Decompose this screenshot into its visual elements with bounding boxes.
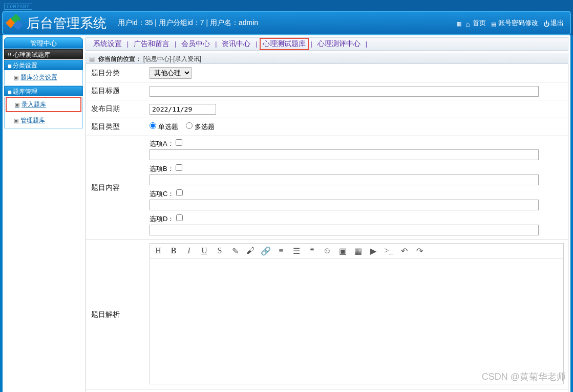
label-content: 题目内容 [86,136,145,239]
group1-item1-label: 题库分类设置 [20,74,57,81]
company-badge: COMPANY [4,4,32,10]
radio-single[interactable] [150,122,156,129]
sidebar-module-title[interactable]: 心理测试题库 [4,49,83,59]
breadcrumb-prefix: 你当前的位置： [98,55,141,62]
image-icon[interactable]: ▣ [338,247,347,255]
option-d-input[interactable] [150,225,539,235]
sidebar-item-enter-bank[interactable]: 录入题库 [6,97,81,112]
brush-icon[interactable]: 🖌 [246,247,254,255]
bar-icon [8,88,13,95]
link-icon[interactable]: 🔗 [262,247,270,255]
group2-item1-label: 录入题库 [22,101,46,108]
redo-icon[interactable]: ↷ [415,247,423,255]
home-label: 首页 [473,18,486,28]
radio-multi-label: 多选题 [195,123,215,130]
dots-icon [8,51,13,58]
analysis-editor[interactable] [150,258,564,384]
breadcrumb: 你当前的位置： [信息中心]-[录入资讯] [86,53,568,64]
option-c-label: 选项C： [150,190,174,198]
account-label: 账号密码修改 [498,18,538,28]
sidebar-item-manage-bank[interactable]: 管理题库 [5,113,82,128]
option-b-label: 选项B： [150,165,174,172]
grid-icon [456,20,462,26]
option-c-input[interactable] [150,200,539,210]
bold-icon[interactable]: B [169,247,178,255]
option-d-label: 选项D： [150,215,174,223]
heading-icon[interactable]: H [154,247,162,255]
quote-icon[interactable]: ❝ [308,247,316,255]
nav-assessment[interactable]: 心理测评中心 [314,38,364,50]
label-category: 题目分类 [86,64,145,82]
option-d-check[interactable] [176,214,183,221]
doc-icon [491,20,497,26]
sidebar-center-title: 管理中心 [4,37,83,49]
nav-psychotest[interactable]: 心理测试题库 [260,38,309,50]
radio-single-wrap[interactable]: 单选题 [150,122,178,132]
code-icon[interactable]: >_ [385,247,393,255]
video-icon[interactable]: ▶ [369,247,377,255]
label-analysis: 题目解析 [86,240,145,389]
option-b-check[interactable] [176,164,182,171]
undo-icon[interactable]: ↶ [400,247,408,255]
radio-multi-wrap[interactable]: 多选题 [186,122,215,132]
group2-item2-label: 管理题库 [20,117,45,124]
emoji-icon[interactable]: ☺ [323,247,331,255]
underline-icon[interactable]: U [200,247,208,255]
strikethrough-icon[interactable]: S [216,247,224,255]
table-icon[interactable]: ▦ [354,247,362,255]
header-bar: 后台管理系统 用户id：35 | 用户分组id：7 | 用户名：admin 首页… [2,11,571,35]
cube-icon [14,74,20,81]
pubdate-input[interactable] [150,104,216,115]
category-select[interactable]: 其他心理 [150,67,192,79]
sidebar: 管理中心 心理测试题库 分类设置 题库分类设置 题库管理 录入题库 管理题库 [3,35,84,392]
bar-icon [8,62,13,69]
top-nav: 系统设置| 广告和留言| 会员中心| 资讯中心| 心理测试题库| 心理测评中心| [86,37,568,51]
group2-title: 题库管理 [13,88,37,95]
breadcrumb-icon [89,55,97,62]
radio-multi[interactable] [186,122,193,129]
radio-single-label: 单选题 [158,123,178,130]
sidebar-group-category[interactable]: 分类设置 [4,60,83,70]
eraser-icon[interactable]: ✎ [231,247,239,255]
label-submit-spacer [86,389,145,392]
account-link[interactable]: 账号密码修改 [489,17,540,29]
nav-news[interactable]: 资讯中心 [219,38,253,50]
nav-system[interactable]: 系统设置 [90,38,125,50]
option-a-input[interactable] [150,149,539,160]
logo-icon [7,15,23,31]
label-type: 题目类型 [86,118,145,136]
nav-ads[interactable]: 广告和留言 [131,38,173,50]
cube-icon [15,101,22,108]
module-title-label: 心理测试题库 [13,51,50,58]
list-ul-icon[interactable]: ☰ [292,247,301,255]
option-a-check[interactable] [176,139,182,146]
group1-title: 分类设置 [13,62,37,69]
option-b-input[interactable] [150,175,539,185]
breadcrumb-path: [信息中心]-[录入资讯] [143,55,201,62]
power-icon [543,20,549,26]
list-ol-icon[interactable]: ≡ [277,247,285,255]
title-input[interactable] [150,86,539,97]
label-title: 题目标题 [86,82,145,100]
label-pubdate: 发布日期 [86,100,145,118]
editor-toolbar: H B I U S ✎ 🖌 🔗 ≡ ☰ ❝ ☺ ▣ [150,243,564,258]
italic-icon[interactable]: I [185,247,193,255]
sidebar-item-category-setting[interactable]: 题库分类设置 [5,70,82,85]
option-c-check[interactable] [176,189,183,196]
system-title: 后台管理系统 [27,14,107,32]
home-link[interactable]: 首页 [463,17,488,29]
option-a-label: 选项A： [150,140,174,147]
logout-link[interactable]: 退出 [541,17,566,29]
user-info: 用户id：35 | 用户分组id：7 | 用户名：admin [118,18,258,28]
home-icon [465,20,472,26]
form-area: 题目分类 其他心理 题目标题 发布日期 题 [86,64,568,392]
cube-icon [14,117,20,124]
nav-members[interactable]: 会员中心 [178,38,213,50]
logout-label: 退出 [550,18,564,28]
sidebar-group-bank[interactable]: 题库管理 [4,86,83,96]
